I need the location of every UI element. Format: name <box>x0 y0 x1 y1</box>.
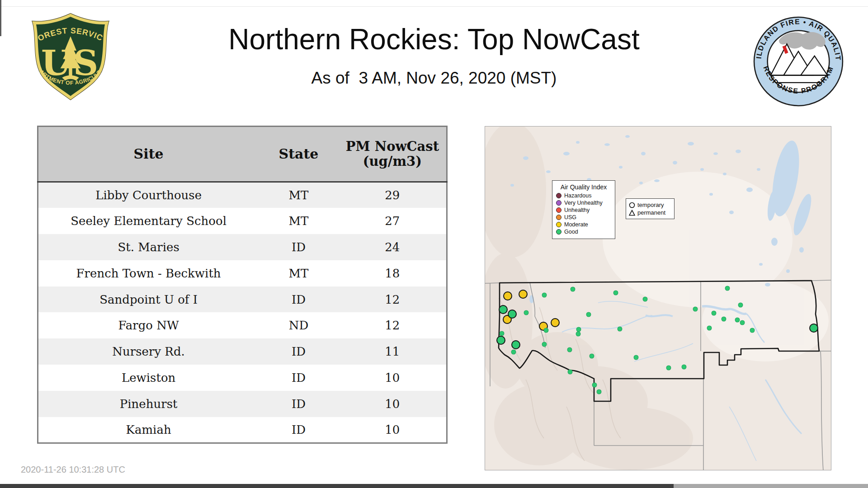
aqi-legend: Air Quality Index HazardousVery Unhealth… <box>552 180 615 239</box>
monitor-dot-good <box>693 306 698 311</box>
cell-value: 11 <box>339 338 447 365</box>
monitor-dot-good <box>567 347 572 352</box>
cell-value: 10 <box>339 391 447 417</box>
cell-state: MT <box>259 182 338 208</box>
cell-site: Lewiston <box>38 365 259 391</box>
monitor-dot-good <box>543 328 548 333</box>
generated-timestamp: 2020-11-26 10:31:28 UTC <box>21 465 125 475</box>
cell-value: 12 <box>339 312 447 338</box>
table-row: LewistonID10 <box>38 365 447 391</box>
legend-swatch <box>556 222 561 227</box>
legend-label: Hazardous <box>564 192 591 199</box>
legend-label: Moderate <box>564 221 588 228</box>
cell-site: St. Maries <box>38 234 259 260</box>
legend-title: Air Quality Index <box>556 183 611 191</box>
monitor-dot-moderate <box>519 290 528 299</box>
cell-value: 27 <box>339 208 447 234</box>
monitor-dot-good <box>707 326 712 331</box>
monitor-dot-good <box>499 305 508 314</box>
cell-site: Nursery Rd. <box>38 338 259 365</box>
temporary-circle-icon <box>629 202 635 208</box>
cell-site: Sandpoint U of I <box>38 286 259 313</box>
cell-value: 10 <box>339 417 447 443</box>
bottom-bar <box>0 484 868 488</box>
cell-value: 18 <box>339 260 447 286</box>
legend-item: Moderate <box>556 221 611 228</box>
column-header-2: PM NowCast (ug/m3) <box>339 127 447 182</box>
site-table-header-row: SiteStatePM NowCast (ug/m3) <box>38 127 447 182</box>
monitor-dot-good <box>750 328 755 333</box>
report-page: FOREST SERVICE U S DEPARTMENT OF AGRICUL… <box>0 0 868 488</box>
monitor-dot-good <box>511 340 520 349</box>
table-row: KamiahID10 <box>38 417 447 443</box>
table-row: Nursery Rd.ID11 <box>38 338 447 365</box>
cell-state: ID <box>259 338 338 365</box>
table-row: PinehurstID10 <box>38 391 447 417</box>
monitor-dot-good <box>499 331 504 336</box>
nowcast-table-head: SiteStatePM NowCast (ug/m3) <box>38 127 447 182</box>
permanent-label: permanent <box>637 209 665 216</box>
legend-swatch <box>556 200 561 206</box>
legend-label: Very Unhealthy <box>564 200 603 206</box>
table-row: French Town - BeckwithMT18 <box>38 260 447 286</box>
aqi-map: Air Quality Index HazardousVery Unhealth… <box>485 126 831 470</box>
legend-swatch <box>556 207 561 213</box>
cell-state: ND <box>259 312 338 338</box>
bottom-bar-progress <box>0 484 674 488</box>
monitor-dot-good <box>735 317 740 322</box>
table-row: Seeley Elementary SchoolMT27 <box>38 208 447 234</box>
monitor-dot-good <box>666 366 671 371</box>
cell-site: Fargo NW <box>38 312 259 338</box>
cell-site: Seeley Elementary School <box>38 208 259 234</box>
monitor-dot-good <box>568 370 573 375</box>
monitor-dot-good <box>524 310 529 315</box>
table-row: St. MariesID24 <box>38 234 447 260</box>
monitor-dot-good <box>542 342 547 347</box>
permanent-triangle-icon <box>629 210 635 216</box>
top-hairline <box>0 6 868 7</box>
legend-item: Unhealthy <box>556 207 611 213</box>
marker-type-legend: temporary permanent <box>626 198 675 219</box>
cell-value: 24 <box>339 234 447 260</box>
monitor-dot-good <box>586 312 591 317</box>
cell-state: ID <box>259 391 338 417</box>
temporary-row: temporary <box>629 201 671 209</box>
monitor-dot-good <box>576 332 580 337</box>
monitor-dot-good <box>571 287 576 292</box>
legend-item: Hazardous <box>556 192 611 199</box>
monitor-dot-good <box>725 286 730 291</box>
page-title: Northern Rockies: Top NowCast <box>0 23 868 56</box>
monitor-dot-good <box>738 303 743 308</box>
nowcast-table: SiteStatePM NowCast (ug/m3) Libby Courth… <box>37 126 448 444</box>
legend-label: USG <box>564 214 576 221</box>
monitor-dot-good <box>643 297 648 302</box>
temporary-label: temporary <box>637 202 664 208</box>
monitor-dot-good <box>740 320 745 325</box>
monitor-dot-good <box>592 383 597 388</box>
cell-value: 29 <box>339 182 447 208</box>
monitor-dot-good <box>809 324 818 333</box>
cell-site: Pinehurst <box>38 391 259 417</box>
wfaqrp-logo: WILDLAND FIRE • AIR QUALITY RESPONSE PRO… <box>752 15 844 108</box>
monitor-dot-good <box>496 336 505 345</box>
cell-value: 10 <box>339 365 447 391</box>
site-table-body: Libby CourthouseMT29Seeley Elementary Sc… <box>38 182 447 443</box>
cell-state: ID <box>259 234 338 260</box>
monitor-dot-moderate <box>551 318 560 327</box>
legend-label: Unhealthy <box>564 207 590 213</box>
cell-state: ID <box>259 286 338 313</box>
legend-swatch <box>556 229 561 235</box>
table-row: Libby CourthouseMT29 <box>38 182 447 208</box>
monitor-dot-good <box>596 389 601 394</box>
monitor-dot-good <box>511 349 516 354</box>
monitor-dot-good <box>542 293 547 298</box>
cell-state: MT <box>259 260 338 286</box>
monitor-dot-good <box>634 355 639 360</box>
legend-item: Good <box>556 229 611 235</box>
column-header-0: Site <box>38 127 259 182</box>
monitor-dot-good <box>681 365 686 370</box>
cell-state: ID <box>259 417 338 443</box>
legend-item: Very Unhealthy <box>556 200 611 206</box>
cell-site: French Town - Beckwith <box>38 260 259 286</box>
legend-swatch <box>556 193 561 198</box>
